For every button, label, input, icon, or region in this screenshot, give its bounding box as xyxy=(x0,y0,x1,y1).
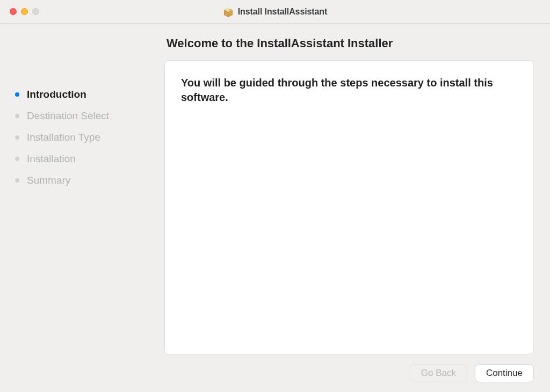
bullet-icon xyxy=(15,178,19,183)
step-introduction: Introduction xyxy=(15,88,150,101)
step-installation: Installation xyxy=(15,153,150,165)
svg-marker-0 xyxy=(224,8,232,17)
bullet-icon xyxy=(15,135,19,140)
sidebar: Introduction Destination Select Installa… xyxy=(0,24,161,392)
footer-buttons: Go Back Continue xyxy=(164,364,534,382)
continue-button[interactable]: Continue xyxy=(475,364,534,382)
content-text: You will be guided through the steps nec… xyxy=(181,76,517,105)
bullet-icon xyxy=(15,157,19,161)
titlebar: Install InstallAssistant xyxy=(0,0,550,24)
close-window-button[interactable] xyxy=(10,8,17,15)
main-panel: Welcome to the InstallAssistant Installe… xyxy=(161,24,550,392)
window-title-area: Install InstallAssistant xyxy=(0,6,550,17)
step-summary: Summary xyxy=(15,174,150,187)
page-heading: Welcome to the InstallAssistant Installe… xyxy=(167,37,534,50)
step-label: Installation Type xyxy=(27,131,100,144)
go-back-button: Go Back xyxy=(410,364,467,382)
step-label: Destination Select xyxy=(27,110,109,122)
step-label: Installation xyxy=(27,153,76,165)
svg-marker-1 xyxy=(224,8,232,12)
maximize-window-button xyxy=(32,8,39,15)
step-label: Summary xyxy=(27,174,70,187)
body-area: Introduction Destination Select Installa… xyxy=(0,24,550,392)
minimize-window-button[interactable] xyxy=(21,8,28,15)
bullet-icon xyxy=(15,92,19,97)
step-installation-type: Installation Type xyxy=(15,131,150,144)
window-controls xyxy=(10,8,39,15)
bullet-icon xyxy=(15,114,19,118)
content-box: You will be guided through the steps nec… xyxy=(164,60,534,354)
package-icon xyxy=(223,6,234,17)
window-title: Install InstallAssistant xyxy=(238,7,328,17)
svg-marker-3 xyxy=(226,7,231,10)
step-destination-select: Destination Select xyxy=(15,110,150,122)
step-label: Introduction xyxy=(27,88,86,101)
